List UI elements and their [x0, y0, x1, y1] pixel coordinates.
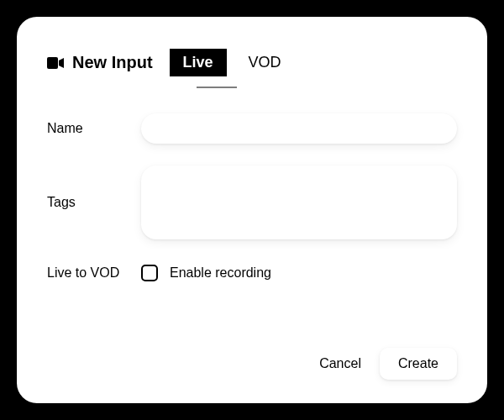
- cancel-button[interactable]: Cancel: [319, 356, 361, 371]
- tags-input[interactable]: [141, 165, 457, 239]
- live-to-vod-label: Live to VOD: [47, 265, 141, 281]
- dialog-title: New Input: [72, 53, 153, 72]
- tab-underline: [197, 87, 237, 88]
- name-row: Name: [47, 113, 457, 144]
- input-type-tabs: Live VOD: [170, 49, 295, 76]
- camera-icon: [47, 57, 64, 69]
- name-input[interactable]: [141, 113, 457, 144]
- tags-row: Tags: [47, 165, 457, 239]
- enable-recording-label: Enable recording: [170, 265, 271, 281]
- dialog-header: New Input Live VOD: [47, 49, 457, 76]
- tags-label: Tags: [47, 195, 141, 210]
- create-button[interactable]: Create: [380, 348, 457, 380]
- title-area: New Input: [47, 53, 153, 72]
- enable-recording-checkbox[interactable]: [141, 265, 158, 281]
- live-to-vod-row: Live to VOD Enable recording: [47, 265, 457, 281]
- name-label: Name: [47, 121, 141, 136]
- dialog-actions: Cancel Create: [47, 348, 457, 380]
- tab-live[interactable]: Live: [170, 49, 227, 76]
- tab-vod[interactable]: VOD: [235, 49, 295, 76]
- new-input-dialog: New Input Live VOD Name Tags Live to VOD…: [17, 17, 487, 403]
- enable-recording-group: Enable recording: [141, 265, 271, 281]
- svg-rect-0: [47, 57, 58, 69]
